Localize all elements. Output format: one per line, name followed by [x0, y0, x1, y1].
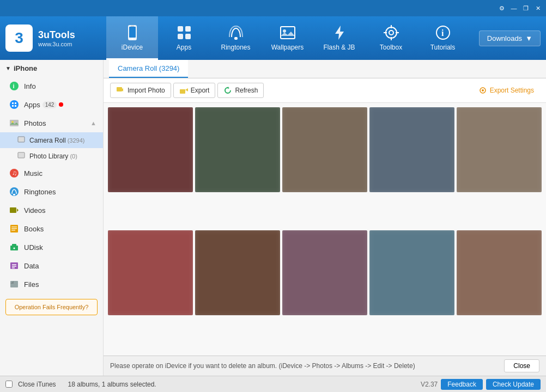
toolbar-right: Export Settings	[473, 83, 539, 97]
status-bar: Close iTunes 18 albums, 1 albums selecte…	[0, 376, 546, 392]
camera-roll-count: (3294)	[68, 137, 85, 144]
tutorials-icon: i	[434, 24, 452, 41]
photo-thumb[interactable]	[108, 107, 193, 192]
apps-sidebar-icon	[9, 99, 20, 110]
photo-thumb[interactable]	[369, 230, 454, 315]
ringtones-label: Ringtones	[24, 188, 56, 196]
sidebar-item-udisk[interactable]: UDisk	[0, 238, 103, 256]
export-button[interactable]: Export	[173, 83, 216, 98]
main-layout: ▼ iPhone i Info Apps 142 Photos ▲	[0, 60, 546, 376]
nav-idevice[interactable]: iDevice	[106, 16, 158, 60]
sidebar-item-ringtones[interactable]: Ringtones	[0, 182, 103, 201]
tab-camera-roll-label: Camera Roll (3294)	[118, 64, 179, 72]
refresh-button[interactable]: Refresh	[217, 83, 264, 98]
close-itunes-label: Close iTunes	[18, 381, 56, 388]
logo-text: 3uTools www.3u.com	[38, 29, 75, 47]
svg-rect-50	[10, 281, 18, 287]
nav-flash-jb[interactable]: Flash & JB	[313, 16, 365, 60]
photo-thumb[interactable]	[108, 230, 193, 315]
svg-rect-4	[178, 26, 183, 32]
feedback-button[interactable]: Feedback	[441, 379, 483, 390]
sidebar-sub-camera-roll[interactable]: Camera Roll (3294)	[0, 132, 103, 148]
sidebar-item-books[interactable]: Books	[0, 219, 103, 238]
nav-tutorials[interactable]: i Tutorials	[417, 16, 469, 60]
sidebar-item-data[interactable]: Data	[0, 256, 103, 275]
nav-ringtones-label: Ringtones	[221, 44, 250, 51]
photo-thumb[interactable]	[195, 230, 280, 315]
svg-rect-6	[178, 34, 183, 39]
svg-text:i: i	[441, 28, 444, 38]
wallpapers-icon	[279, 24, 296, 41]
nav-apps-label: Apps	[177, 44, 191, 51]
tab-camera-roll[interactable]: Camera Roll (3294)	[109, 60, 188, 78]
apps-icon	[175, 24, 193, 41]
music-icon: ♫	[9, 168, 20, 179]
sidebar-section-label: iPhone	[14, 64, 37, 72]
nav-toolbox-label: Toolbox	[380, 44, 402, 51]
photo-thumb[interactable]	[195, 107, 280, 192]
svg-rect-23	[12, 102, 14, 104]
close-bar-button[interactable]: Close	[504, 359, 539, 372]
sidebar-item-photos[interactable]: Photos ▲	[0, 114, 103, 132]
flash-icon	[331, 24, 348, 41]
sidebar: ▼ iPhone i Info Apps 142 Photos ▲	[0, 60, 104, 376]
nav-wallpapers[interactable]: Wallpapers	[262, 16, 313, 60]
window-close-button[interactable]: ✕	[532, 3, 543, 14]
brand-url: www.3u.com	[38, 41, 75, 47]
downloads-button[interactable]: Downloads ▼	[479, 30, 541, 46]
svg-rect-25	[12, 105, 14, 107]
sidebar-item-music[interactable]: ♫ Music	[0, 164, 103, 182]
sidebar-item-apps[interactable]: Apps 142	[0, 95, 103, 114]
svg-text:♫: ♫	[12, 169, 17, 177]
svg-rect-52	[117, 87, 122, 91]
svg-rect-5	[185, 26, 191, 32]
nav-idevice-label: iDevice	[122, 44, 143, 51]
export-settings-button[interactable]: Export Settings	[473, 83, 539, 97]
import-photo-button[interactable]: Import Photo	[110, 83, 171, 98]
operation-warning[interactable]: Operation Fails Frequently?	[5, 299, 98, 315]
sidebar-iphone-header[interactable]: ▼ iPhone	[0, 60, 103, 77]
minimize-button[interactable]: —	[508, 3, 519, 14]
photos-label: Photos	[24, 119, 46, 127]
nav-ringtones[interactable]: Ringtones	[210, 16, 262, 60]
sidebar-item-files[interactable]: Files	[0, 275, 103, 293]
sidebar-item-videos[interactable]: Videos	[0, 201, 103, 219]
info-label: Info	[24, 82, 36, 90]
maximize-button[interactable]: ❐	[520, 3, 531, 14]
photo-thumb[interactable]	[369, 107, 454, 192]
close-itunes-checkbox[interactable]	[5, 381, 13, 388]
photo-thumb[interactable]	[282, 230, 367, 315]
svg-marker-11	[335, 26, 344, 40]
camera-roll-label: Camera Roll	[29, 137, 66, 144]
svg-rect-3	[131, 26, 134, 26]
svg-rect-44	[12, 244, 16, 246]
info-icon: i	[9, 81, 20, 91]
downloads-arrow-icon: ▼	[525, 34, 532, 42]
photo-grid	[104, 103, 546, 356]
apps-badge: 142	[43, 101, 57, 108]
export-icon	[179, 86, 188, 95]
status-left: Close iTunes 18 albums, 1 albums selecte…	[5, 381, 156, 388]
check-update-button[interactable]: Check Update	[486, 379, 541, 390]
sidebar-item-info[interactable]: i Info	[0, 77, 103, 95]
status-info: 18 albums, 1 albums selected.	[68, 381, 156, 388]
export-settings-label: Export Settings	[490, 87, 534, 94]
videos-icon	[9, 205, 20, 216]
nav-apps[interactable]: Apps	[158, 16, 210, 60]
sidebar-sub-photo-library[interactable]: Photo Library (0)	[0, 148, 103, 164]
nav-toolbox[interactable]: Toolbox	[365, 16, 417, 60]
files-label: Files	[24, 280, 39, 289]
logo-icon: 3	[5, 24, 33, 52]
refresh-label: Refresh	[235, 87, 258, 94]
refresh-icon	[223, 86, 232, 95]
svg-point-58	[482, 89, 484, 91]
photo-library-label: Photo Library	[29, 152, 68, 160]
idevice-icon	[124, 24, 141, 41]
settings-button[interactable]: ⚙	[496, 3, 507, 14]
svg-rect-54	[180, 89, 185, 94]
photo-thumb[interactable]	[457, 107, 542, 192]
photo-thumb[interactable]	[457, 230, 542, 315]
bottom-message: Please operate on iDevice if you want to…	[110, 362, 504, 370]
photo-thumb[interactable]	[282, 107, 367, 192]
import-icon	[116, 86, 125, 95]
